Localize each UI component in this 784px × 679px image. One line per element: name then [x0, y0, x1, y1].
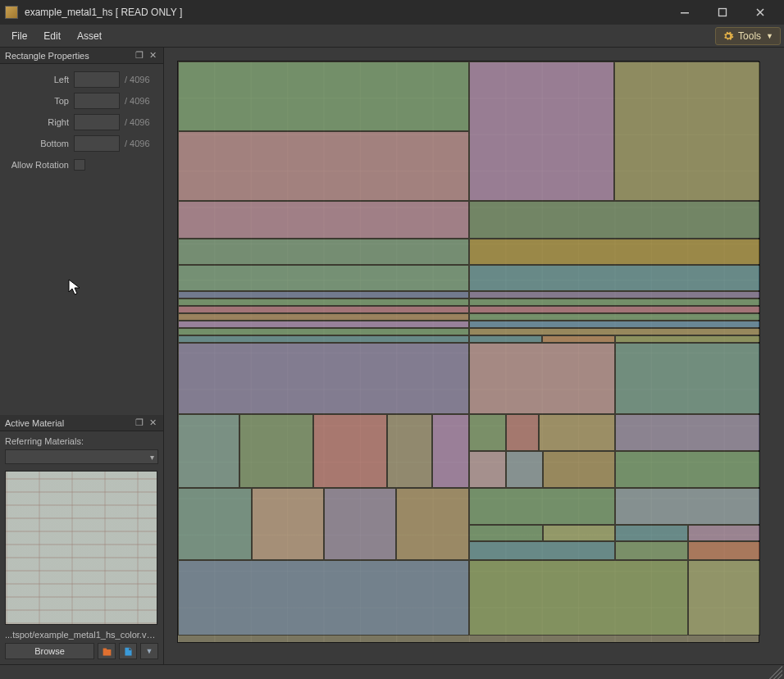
hotspot-rect[interactable] [178, 265, 469, 291]
tools-dropdown[interactable]: Tools ▼ [715, 27, 781, 45]
hotspot-rect[interactable] [469, 239, 760, 265]
hotspot-rect[interactable] [469, 541, 615, 560]
undock-icon[interactable]: ❐ [134, 50, 145, 62]
resize-grip[interactable] [769, 666, 782, 679]
right-suffix: / 4096 [125, 117, 150, 127]
hotspot-rect[interactable] [615, 343, 760, 414]
minimize-button[interactable] [666, 0, 704, 25]
hotspot-rect[interactable] [178, 131, 469, 201]
hotspot-rect[interactable] [396, 488, 469, 560]
hotspot-rect[interactable] [469, 313, 760, 321]
hotspot-rect[interactable] [178, 343, 469, 414]
hotspot-rect[interactable] [178, 62, 469, 131]
rectangle-properties-header: Rectangle Properties ❐ ✕ [0, 48, 163, 64]
hotspot-rect[interactable] [178, 321, 469, 328]
hotspot-canvas[interactable] [177, 61, 759, 643]
hotspot-rect[interactable] [469, 306, 760, 313]
maximize-button[interactable] [704, 0, 741, 25]
gear-icon [722, 30, 734, 42]
hotspot-rect[interactable] [178, 313, 469, 321]
hotspot-rect[interactable] [469, 343, 615, 414]
close-panel-icon[interactable]: ✕ [147, 417, 158, 429]
menu-asset[interactable]: Asset [69, 27, 110, 45]
hotspot-rect[interactable] [178, 335, 469, 343]
hotspot-rect[interactable] [178, 291, 469, 298]
referring-materials-dropdown[interactable]: ▾ [5, 449, 158, 464]
open-external-button[interactable] [98, 643, 116, 659]
reveal-button[interactable] [119, 643, 137, 659]
hotspot-rect[interactable] [469, 201, 760, 239]
hotspot-rect[interactable] [688, 541, 760, 560]
close-panel-icon[interactable]: ✕ [147, 50, 158, 62]
more-dropdown-button[interactable]: ▼ [140, 643, 158, 659]
hotspot-rect[interactable] [688, 525, 760, 541]
allow-rotation-label: Allow Rotation [3, 160, 74, 170]
bottom-label: Bottom [3, 139, 74, 148]
hotspot-rect[interactable] [615, 414, 760, 451]
hotspot-rect[interactable] [178, 201, 469, 239]
hotspot-rect[interactable] [469, 328, 760, 335]
hotspot-rect[interactable] [614, 62, 760, 201]
bottom-input[interactable] [74, 135, 120, 152]
active-material-panel: Referring Materials: ▾ ...tspot/example_… [0, 431, 163, 664]
hotspot-rect[interactable] [313, 414, 387, 488]
hotspot-rect[interactable] [252, 488, 324, 560]
hotspot-rect[interactable] [469, 335, 542, 343]
hotspot-rect[interactable] [469, 291, 760, 298]
hotspot-rect[interactable] [178, 239, 469, 265]
hotspot-rect[interactable] [543, 525, 615, 541]
hotspot-rect[interactable] [469, 265, 760, 291]
menu-file[interactable]: File [3, 27, 35, 45]
hotspot-rect[interactable] [615, 525, 688, 541]
hotspot-rect[interactable] [469, 321, 760, 328]
top-input[interactable] [74, 93, 120, 109]
hotspot-rect[interactable] [469, 525, 543, 541]
hotspot-rect[interactable] [469, 560, 688, 636]
hotspot-rect[interactable] [615, 541, 688, 560]
hotspot-rect[interactable] [615, 451, 760, 488]
hotspot-rect[interactable] [239, 414, 313, 488]
chevron-down-icon: ▼ [146, 647, 153, 655]
hotspot-rect[interactable] [469, 298, 760, 306]
hotspot-rect[interactable] [178, 306, 469, 313]
hotspot-rect[interactable] [615, 488, 760, 525]
hotspot-rect[interactable] [178, 488, 252, 560]
hotspot-rect[interactable] [178, 328, 469, 335]
hotspot-rect[interactable] [506, 451, 543, 488]
titlebar: example_metal1_hs [ READ ONLY ] [0, 0, 784, 25]
chevron-down-icon: ▾ [150, 453, 154, 462]
menu-edit[interactable]: Edit [35, 27, 69, 45]
active-material-title: Active Material [5, 418, 132, 428]
canvas-area [164, 48, 784, 664]
hotspot-rect[interactable] [469, 488, 615, 525]
hotspot-rect[interactable] [324, 488, 396, 560]
left-input[interactable] [74, 71, 120, 88]
hotspot-rect[interactable] [615, 335, 760, 343]
right-input[interactable] [74, 114, 120, 130]
browse-button[interactable]: Browse [5, 643, 94, 659]
close-button[interactable] [741, 0, 779, 25]
hotspot-rect[interactable] [506, 414, 539, 451]
hotspot-rect[interactable] [539, 414, 615, 451]
app-icon [5, 6, 18, 19]
hotspot-rect[interactable] [387, 414, 432, 488]
hotspot-rect[interactable] [432, 414, 469, 488]
left-label: Left [3, 75, 74, 84]
rectangle-properties-title: Rectangle Properties [5, 51, 132, 61]
hotspot-rect[interactable] [178, 560, 469, 636]
hotspot-rect[interactable] [688, 560, 760, 636]
hotspot-rect[interactable] [542, 335, 615, 343]
hotspot-rect[interactable] [469, 62, 614, 201]
hotspot-rect[interactable] [469, 414, 506, 451]
svg-rect-0 [681, 12, 689, 14]
hotspot-rect[interactable] [178, 298, 469, 306]
allow-rotation-checkbox[interactable] [74, 159, 85, 171]
hotspot-rect[interactable] [543, 451, 615, 488]
hotspot-rect[interactable] [178, 414, 239, 488]
undock-icon[interactable]: ❐ [134, 417, 145, 429]
material-preview [5, 471, 157, 625]
material-path: ...tspot/example_metal1_hs_color.vmat [5, 630, 158, 640]
hotspot-rect[interactable] [469, 451, 506, 488]
menubar: File Edit Asset Tools ▼ [0, 25, 784, 48]
main-area: Rectangle Properties ❐ ✕ Left / 4096 Top… [0, 48, 784, 664]
